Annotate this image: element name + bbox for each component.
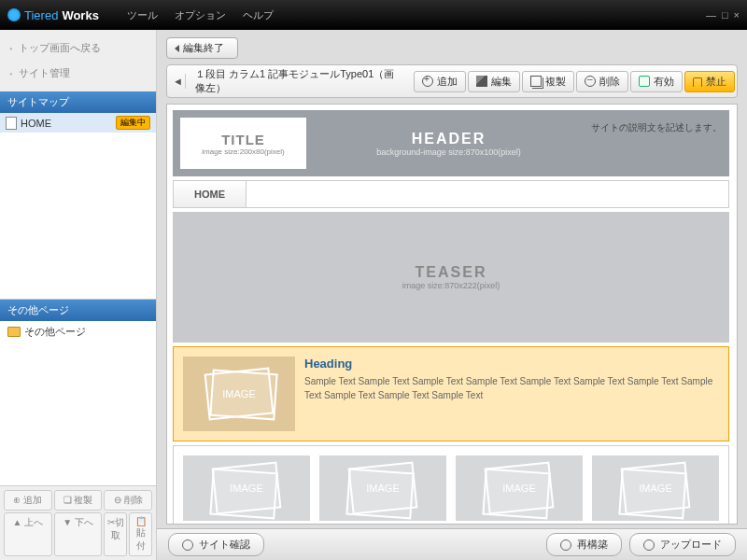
bottom-bar: サイト確認 再構築 アップロード [157, 528, 747, 560]
menu-options[interactable]: オプション [175, 8, 226, 22]
logo-icon [7, 8, 21, 21]
image-placeholder: IMAGE [183, 455, 310, 521]
canvas-scroll[interactable]: TITLE image size:200x80(pixel) HEADER ba… [166, 104, 738, 525]
close-icon[interactable]: × [734, 9, 740, 21]
upload-icon [643, 539, 655, 551]
sitemap-header: サイトマップ [0, 91, 156, 113]
titlebar: TieredWorks ツール オプション ヘルプ — □ × [0, 0, 747, 30]
sidebar: トップ画面へ戻る サイト管理 サイトマップ HOME 編集中 その他ページ その… [0, 30, 157, 560]
lock-icon [693, 77, 702, 87]
sb-up-button[interactable]: ▲ 上へ [4, 512, 52, 556]
nav-home[interactable]: HOME [174, 181, 247, 207]
app-name-1: Tiered [24, 8, 58, 22]
menu-help[interactable]: ヘルプ [243, 8, 274, 22]
grid-cell: IMAGE Heading [319, 455, 446, 525]
article-heading: Heading [304, 357, 719, 371]
sitemap-tree: HOME 編集中 [0, 113, 156, 300]
editing-badge: 編集中 [116, 116, 150, 130]
sb-add-button[interactable]: ⊕ 追加 [4, 490, 52, 511]
minimize-icon[interactable]: — [706, 9, 716, 21]
sb-cut-button[interactable]: ✂切取 [104, 512, 127, 556]
breadcrumb-back-button[interactable]: ◄ [169, 74, 186, 89]
enable-icon [639, 76, 650, 87]
main-area: 編集終了 ◄ １段目 カラム1 記事モジュールType01（画像左） 追加 編集… [157, 30, 747, 560]
duplicate-button[interactable]: 複製 [522, 71, 574, 92]
header-description: サイトの説明文を記述します。 [591, 118, 722, 134]
teaser-block[interactable]: TEASER image size:870x222(pixel) [173, 212, 729, 343]
menu-tools[interactable]: ツール [127, 8, 158, 22]
nav-block[interactable]: HOME [173, 180, 729, 208]
header-placeholder: HEADER background-image size:870x100(pix… [316, 131, 582, 157]
minus-icon [585, 76, 596, 87]
enable-button[interactable]: 有効 [630, 71, 683, 92]
other-pages-item[interactable]: その他ページ [0, 321, 156, 343]
site-check-button[interactable]: サイト確認 [168, 533, 264, 556]
page-icon [6, 117, 17, 130]
image-placeholder: IMAGE [319, 455, 446, 521]
rebuild-button[interactable]: 再構築 [546, 533, 622, 556]
grid-module[interactable]: IMAGE Heading IMAGE Heading IMAGE Headin… [173, 445, 729, 525]
delete-button[interactable]: 削除 [576, 71, 628, 92]
app-logo: TieredWorks [7, 8, 99, 22]
rebuild-icon [560, 539, 571, 551]
grid-cell: IMAGE Heading [456, 455, 583, 525]
edit-button[interactable]: 編集 [468, 71, 520, 92]
image-placeholder: IMAGE [592, 455, 719, 521]
maximize-icon[interactable]: □ [722, 9, 728, 21]
sidebar-back-top[interactable]: トップ画面へ戻る [0, 35, 156, 61]
app-name-2: Works [62, 8, 99, 22]
sidebar-actions: ⊕ 追加 ❏ 複製 ⊖ 削除 ▲ 上へ ▼ 下へ ✂切取 📋貼付 [0, 485, 156, 560]
edit-icon [476, 76, 487, 87]
window-controls: — □ × [706, 9, 740, 21]
menubar: ツール オプション ヘルプ [127, 8, 274, 22]
sidebar-site-mgmt[interactable]: サイト管理 [0, 61, 156, 86]
sb-del-button[interactable]: ⊖ 削除 [104, 490, 152, 511]
other-pages-list: その他ページ [0, 321, 156, 485]
other-item-label: その他ページ [24, 325, 86, 339]
end-edit-button[interactable]: 編集終了 [166, 37, 238, 59]
title-placeholder: TITLE image size:200x80(pixel) [180, 118, 306, 169]
grid-cell: IMAGE Heading [592, 455, 719, 525]
add-button[interactable]: 追加 [414, 71, 466, 92]
module-toolbar: ◄ １段目 カラム1 記事モジュールType01（画像左） 追加 編集 複製 削… [166, 64, 738, 98]
tree-item-home[interactable]: HOME 編集中 [0, 113, 156, 133]
upload-button[interactable]: アップロード [629, 533, 736, 556]
check-icon [182, 539, 193, 551]
plus-icon [422, 76, 433, 87]
sb-down-button[interactable]: ▼ 下へ [54, 512, 103, 556]
copy-icon [530, 76, 542, 87]
grid-cell: IMAGE Heading [183, 455, 310, 525]
breadcrumb: １段目 カラム1 記事モジュールType01（画像左） [188, 67, 412, 95]
header-block[interactable]: TITLE image size:200x80(pixel) HEADER ba… [173, 110, 729, 176]
sb-paste-button[interactable]: 📋貼付 [129, 512, 152, 556]
tree-item-label: HOME [21, 118, 51, 129]
page-canvas: TITLE image size:200x80(pixel) HEADER ba… [167, 105, 735, 525]
folder-icon [7, 327, 21, 337]
image-placeholder: IMAGE [456, 455, 583, 521]
article-module-selected[interactable]: IMAGE Heading Sample Text Sample Text Sa… [173, 346, 729, 441]
other-pages-header: その他ページ [0, 300, 156, 321]
disable-button[interactable]: 禁止 [684, 71, 735, 92]
article-body: Sample Text Sample Text Sample Text Samp… [304, 374, 719, 402]
breadcrumb-text: １段目 カラム1 記事モジュールType01（画像左） [195, 67, 404, 95]
image-placeholder: IMAGE [183, 357, 295, 431]
sb-dup-button[interactable]: ❏ 複製 [54, 490, 103, 511]
arrow-left-icon [175, 45, 179, 52]
